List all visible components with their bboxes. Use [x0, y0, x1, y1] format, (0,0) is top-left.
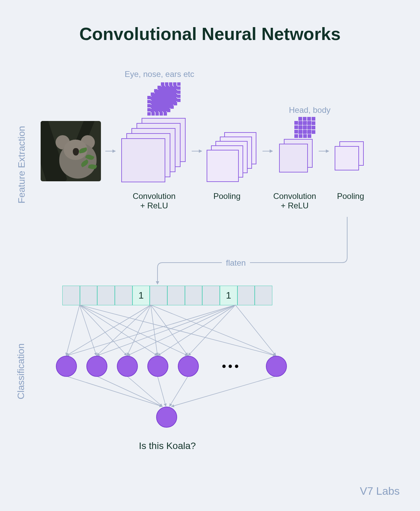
input-image-koala	[41, 121, 101, 181]
vector-cell	[255, 286, 272, 305]
hidden-node	[147, 356, 168, 377]
svg-line-17	[188, 305, 235, 356]
hidden-node	[178, 356, 199, 377]
vector-cell	[167, 286, 185, 305]
hidden-node	[86, 356, 107, 377]
svg-line-8	[97, 305, 151, 356]
vector-cell: 1	[220, 286, 237, 305]
hidden-node	[56, 356, 77, 377]
vector-cell	[97, 286, 115, 305]
stage-label-conv2: Convolution + ReLU	[262, 191, 327, 210]
svg-line-1	[66, 305, 80, 356]
arrow-conv2-to-pool2	[319, 151, 329, 151]
svg-line-24	[171, 376, 276, 407]
stage-label-conv1: Convolution + ReLU	[122, 191, 186, 210]
flatten-label: flaten	[222, 258, 250, 268]
svg-line-3	[80, 305, 127, 356]
section-label-feature-extraction: Feature Extraction	[16, 126, 27, 204]
arrow-pool1-to-conv2	[262, 151, 273, 151]
svg-line-15	[127, 305, 235, 356]
svg-line-14	[97, 305, 235, 356]
feature-hint-conv1: Eye, nose, ears etc	[125, 69, 194, 79]
svg-line-21	[127, 376, 163, 407]
vector-cell	[237, 286, 255, 305]
vector-cell	[80, 286, 98, 305]
svg-line-22	[158, 376, 166, 407]
flatten-vector: 1 1	[62, 286, 272, 305]
output-question: Is this Koala?	[139, 441, 196, 451]
flatten-connector	[158, 217, 354, 285]
vector-cell	[202, 286, 220, 305]
stage-label-pool2: Pooling	[330, 191, 371, 201]
vector-cell	[62, 286, 80, 305]
svg-line-5	[80, 305, 188, 356]
vector-cell	[115, 286, 132, 305]
credit-label: V7 Labs	[360, 485, 400, 497]
svg-line-23	[169, 376, 188, 407]
svg-line-2	[80, 305, 97, 356]
vector-cell	[150, 286, 167, 305]
svg-marker-0	[156, 281, 159, 285]
output-node	[156, 407, 177, 428]
arrow-conv1-to-pool1	[192, 151, 202, 151]
svg-line-6	[80, 305, 276, 356]
svg-line-20	[97, 376, 163, 407]
vector-cell: 1	[132, 286, 150, 305]
hidden-node	[266, 356, 287, 377]
feature-grid-icon	[147, 96, 167, 116]
section-label-classification: Classification	[16, 344, 26, 400]
arrow-input-to-conv1	[105, 151, 115, 151]
feature-hint-conv2: Head, body	[289, 105, 331, 115]
svg-line-18	[235, 305, 276, 356]
hidden-node	[117, 356, 138, 377]
ellipsis-icon: •••	[222, 359, 241, 373]
feature-grid-icon	[294, 121, 311, 138]
svg-line-9	[127, 305, 151, 356]
page-title: Convolutional Neural Networks	[0, 24, 420, 44]
svg-line-19	[66, 376, 163, 407]
vector-cell	[185, 286, 203, 305]
classifier-network: •••	[46, 305, 293, 420]
stage-label-pool1: Pooling	[203, 191, 251, 201]
